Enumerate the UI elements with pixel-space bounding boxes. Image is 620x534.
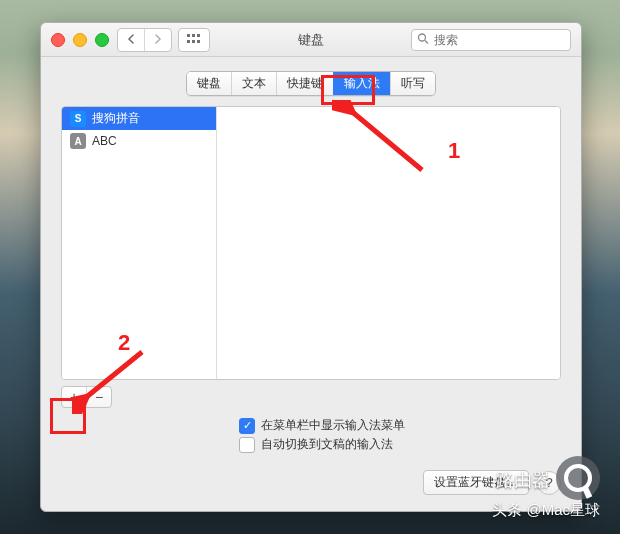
show-all-button[interactable] xyxy=(178,28,210,52)
search-wrap xyxy=(411,29,571,51)
svg-rect-4 xyxy=(192,40,195,43)
add-button[interactable]: + xyxy=(62,387,86,407)
svg-rect-5 xyxy=(197,40,200,43)
bottom-row: 设置蓝牙键盘… ? xyxy=(61,470,561,495)
nav-group xyxy=(117,28,172,52)
svg-rect-1 xyxy=(192,34,195,37)
sogou-icon: S xyxy=(70,111,86,127)
input-source-item[interactable]: S 搜狗拼音 xyxy=(62,107,216,130)
add-remove-row: + − xyxy=(61,386,561,408)
svg-rect-3 xyxy=(187,40,190,43)
watermark-byline: 头条 @Mac星球 xyxy=(492,501,600,520)
remove-button[interactable]: − xyxy=(86,387,111,407)
tab-text[interactable]: 文本 xyxy=(231,72,276,95)
checkbox-unchecked-icon[interactable] xyxy=(239,437,255,453)
minimize-button[interactable] xyxy=(73,33,87,47)
zoom-button[interactable] xyxy=(95,33,109,47)
svg-rect-0 xyxy=(187,34,190,37)
input-source-label: ABC xyxy=(92,134,117,148)
titlebar: 键盘 xyxy=(41,23,581,57)
close-button[interactable] xyxy=(51,33,65,47)
svg-rect-2 xyxy=(197,34,200,37)
search-input[interactable] xyxy=(411,29,571,51)
add-remove-group: + − xyxy=(61,386,112,408)
traffic-lights xyxy=(51,33,109,47)
tab-dictation[interactable]: 听写 xyxy=(390,72,435,95)
tabs-row: 键盘 文本 快捷键 输入法 听写 xyxy=(41,57,581,106)
panes: S 搜狗拼音 A ABC xyxy=(61,106,561,380)
forward-button[interactable] xyxy=(144,29,171,51)
chevron-right-icon xyxy=(154,32,162,47)
back-button[interactable] xyxy=(118,29,144,51)
tab-group: 键盘 文本 快捷键 输入法 听写 xyxy=(186,71,436,96)
input-source-item[interactable]: A ABC xyxy=(62,130,216,152)
abc-icon: A xyxy=(70,133,86,149)
tab-keyboard[interactable]: 键盘 xyxy=(187,72,231,95)
option-auto-switch[interactable]: 自动切换到文稿的输入法 xyxy=(239,435,561,454)
option-label: 在菜单栏中显示输入法菜单 xyxy=(261,417,405,434)
preferences-window: 键盘 键盘 文本 快捷键 输入法 听写 S xyxy=(40,22,582,512)
option-label: 自动切换到文稿的输入法 xyxy=(261,436,393,453)
magnifier-icon xyxy=(564,464,592,492)
checkbox-checked-icon[interactable]: ✓ xyxy=(239,418,255,434)
chevron-left-icon xyxy=(127,32,135,47)
input-source-label: 搜狗拼音 xyxy=(92,110,140,127)
option-show-menu[interactable]: ✓ 在菜单栏中显示输入法菜单 xyxy=(239,416,561,435)
input-source-list[interactable]: S 搜狗拼音 A ABC xyxy=(62,107,217,379)
body-area: S 搜狗拼音 A ABC + − ✓ xyxy=(41,106,581,511)
tab-shortcuts[interactable]: 快捷键 xyxy=(276,72,333,95)
detail-pane xyxy=(217,107,560,379)
watermark-brand: 路由器 xyxy=(496,468,550,492)
grid-icon xyxy=(187,32,201,47)
watermark-logo xyxy=(556,456,600,500)
options-section: ✓ 在菜单栏中显示输入法菜单 自动切换到文稿的输入法 xyxy=(239,416,561,454)
tab-input-sources[interactable]: 输入法 xyxy=(333,72,390,95)
